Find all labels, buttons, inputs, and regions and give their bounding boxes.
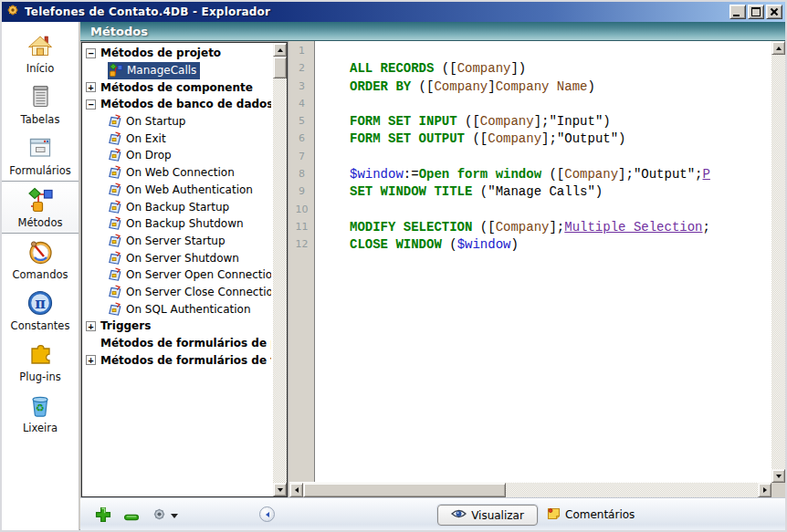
scroll-left-button[interactable] (289, 483, 303, 497)
collapse-icon[interactable]: − (86, 48, 96, 58)
tree-item-managecalls[interactable]: ManageCalls (84, 62, 271, 79)
tree-item-on-backup-startup[interactable]: On Backup Startup (84, 198, 271, 215)
code-token-pln: ]; (541, 131, 557, 146)
comentarios-control[interactable]: Comentários (547, 506, 635, 523)
sidebar-item-constantes[interactable]: πConstantes (2, 285, 79, 336)
sidebar-item-comandos[interactable]: Comandos (2, 234, 79, 285)
tree-item-on-server-startup[interactable]: On Server Startup (84, 233, 271, 250)
tree-item-content: On Startup (108, 114, 185, 129)
close-button[interactable] (766, 5, 782, 19)
tree-item-content: On Backup Startup (108, 200, 229, 214)
tree-item-metodos-de-projeto[interactable]: −Métodos de projeto (84, 45, 271, 62)
db-method-icon (108, 267, 122, 282)
code-editor[interactable]: 123456789101112 ALL RECORDS ([Company])O… (289, 41, 785, 497)
add-method-button[interactable] (95, 506, 111, 527)
maximize-button[interactable] (748, 5, 764, 19)
tree-item-on-web-connection[interactable]: On Web Connection (84, 164, 271, 182)
tree-item-triggers[interactable]: +Triggers (84, 318, 271, 335)
sidebar-item-formularios[interactable]: Formulários (2, 130, 79, 181)
close-icon (771, 8, 778, 16)
eye-icon (451, 508, 467, 519)
tree-item-metodos-de-banco-de-dados[interactable]: −Métodos de banco de dados (84, 96, 271, 113)
arrow-up-icon (776, 47, 782, 50)
tree-category-label: Métodos de banco de dados (100, 98, 271, 110)
trash-icon: ♻ (26, 391, 55, 420)
scroll-down-button[interactable] (273, 483, 287, 496)
code-token-cmd: SET WINDOW TITLE (350, 184, 472, 199)
sidebar-item-inicio[interactable]: Início (2, 27, 79, 78)
db-method-icon (108, 131, 122, 146)
scroll-right-button[interactable] (758, 483, 771, 497)
code-token-cmd: ORDER BY (350, 79, 411, 94)
sidebar-item-lixeira[interactable]: ♻Lixeira (2, 387, 79, 438)
home-icon (26, 31, 55, 60)
tree-method-label: On Exit (126, 132, 166, 145)
scroll-down-button[interactable] (771, 469, 785, 483)
note-icon (547, 506, 561, 520)
expand-icon[interactable]: + (86, 82, 96, 92)
code-token-pln: ] (488, 79, 495, 94)
code-token-var: $window (350, 167, 404, 182)
expand-icon[interactable]: + (86, 355, 96, 365)
actions-menu-button[interactable] (152, 506, 178, 526)
tree-method-label: On Backup Startup (126, 201, 229, 214)
scroll-up-button[interactable] (771, 41, 785, 55)
gear-icon (5, 3, 20, 17)
code-line-4 (315, 96, 771, 113)
tree-item-content: On Server Startup (108, 234, 226, 248)
code-token-tbl: Company (434, 79, 488, 94)
editor-horizontal-scrollbar[interactable] (289, 483, 771, 497)
scrollbar-thumb[interactable] (273, 57, 287, 78)
sidebar-item-label: Tabelas (21, 113, 60, 126)
scroll-up-button[interactable] (273, 43, 287, 57)
tree-item-on-web-authentication[interactable]: On Web Authentication (84, 182, 271, 199)
tree-item-metodos-de-componente[interactable]: +Métodos de componente (84, 78, 271, 96)
line-number: 4 (289, 96, 314, 113)
code-line-3: ORDER BY ([Company]Company Name) (315, 78, 771, 96)
tree-item-metodos-de-formularios-de-tabela[interactable]: +Métodos de formulários de tabela (84, 351, 271, 369)
tree-method-label: On Server Close Connection (126, 286, 271, 298)
tree-item-on-startup[interactable]: On Startup (84, 113, 271, 130)
tree-item-on-backup-shutdown[interactable]: On Backup Shutdown (84, 215, 271, 233)
tree-item-content: On Exit (108, 131, 166, 146)
tree-item-on-server-open-connection[interactable]: On Server Open Connection (84, 266, 271, 284)
tree-vertical-scrollbar[interactable] (273, 43, 287, 496)
tree-item-on-drop[interactable]: On Drop (84, 147, 271, 164)
tree-item-on-exit[interactable]: On Exit (84, 130, 271, 147)
tree-method-label: On SQL Authentication (126, 303, 251, 316)
tree-item-content: On Web Authentication (108, 183, 253, 197)
code-token-const: P (703, 167, 710, 182)
visualizar-label: Visualizar (471, 509, 524, 522)
expand-icon[interactable]: + (86, 321, 96, 331)
line-number: 1 (289, 43, 314, 60)
tree-item-metodos-de-formularios-de-projeto[interactable]: Métodos de formulários de projeto (84, 335, 271, 352)
constants-icon: π (26, 288, 55, 318)
collapse-icon[interactable]: − (86, 99, 96, 110)
tree-item-on-sql-authentication[interactable]: On SQL Authentication (84, 300, 271, 318)
code-line-8: $window:=Open form window ([Company];"Ou… (315, 166, 771, 183)
collapse-panel-button[interactable] (259, 506, 275, 522)
methods-tree: −Métodos de projetoManageCalls+Métodos d… (84, 45, 271, 495)
title-bar[interactable]: Telefones de Contato.4DB - Explorador (2, 2, 785, 22)
gear-icon (152, 506, 167, 526)
code-token-tbl: Company (480, 114, 534, 129)
visualizar-button[interactable]: Visualizar (437, 505, 538, 526)
window-title: Telefones de Contato.4DB - Explorador (25, 5, 270, 18)
note-icon (547, 506, 561, 523)
minimize-button[interactable] (729, 5, 746, 19)
delete-method-button[interactable] (123, 509, 140, 527)
tree-item-on-server-shutdown[interactable]: On Server Shutdown (84, 249, 271, 266)
sidebar-item-tabelas[interactable]: Tabelas (2, 78, 79, 130)
db-method-icon (108, 285, 122, 299)
tree-method-label: On Backup Shutdown (126, 217, 244, 230)
sidebar-item-plug-ins[interactable]: Plug-ins (2, 336, 79, 387)
code-token-pln: ) (603, 114, 610, 129)
code-area[interactable]: ALL RECORDS ([Company])ORDER BY ([Compan… (315, 41, 771, 482)
line-number: 7 (289, 149, 314, 166)
sidebar-item-metodos[interactable]: Métodos (2, 181, 79, 234)
tree-item-on-server-close-connection[interactable]: On Server Close Connection (84, 284, 271, 301)
code-token-tbl: Company (488, 131, 541, 146)
plus-icon (95, 506, 111, 527)
editor-vertical-scrollbar[interactable] (771, 41, 785, 483)
scrollbar-thumb[interactable] (303, 483, 506, 497)
